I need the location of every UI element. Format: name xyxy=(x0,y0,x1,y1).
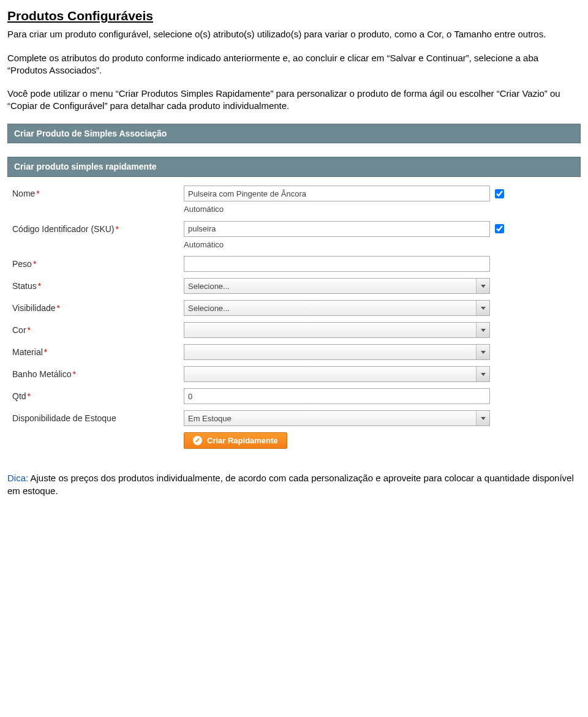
create-quickly-button-label: Criar Rapidamente xyxy=(207,436,278,445)
intro-paragraph-2: Complete os atributos do produto conform… xyxy=(7,52,581,77)
field-row-disponibilidade: Disponibilidade de Estoque xyxy=(12,410,576,426)
required-mark: * xyxy=(57,303,60,313)
required-mark: * xyxy=(28,325,31,335)
checkbox-nome-auto[interactable] xyxy=(495,189,504,198)
field-row-nome: Nome* Automático xyxy=(12,186,576,215)
panel-simple-association: Criar Produto de Simples Associação xyxy=(7,124,581,144)
sublabel-sku-auto: Automático xyxy=(184,239,576,250)
select-material[interactable] xyxy=(184,344,490,360)
label-material-text: Material xyxy=(12,347,43,357)
select-status[interactable] xyxy=(184,278,490,294)
label-cor: Cor* xyxy=(12,322,184,336)
field-row-cor: Cor* xyxy=(12,322,576,338)
panel-header-simple-association: Criar Produto de Simples Associação xyxy=(7,124,581,144)
field-row-banho: Banho Metálico* xyxy=(12,366,576,382)
label-cor-text: Cor xyxy=(12,325,26,335)
label-sku: Código Identificador (SKU)* xyxy=(12,221,184,235)
select-visibilidade[interactable] xyxy=(184,300,490,316)
intro-paragraph-3: Você pode utilizar o menu “Criar Produto… xyxy=(7,88,581,113)
select-banho[interactable] xyxy=(184,366,490,382)
label-status-text: Status xyxy=(12,281,37,291)
field-row-status: Status* xyxy=(12,278,576,294)
label-disponibilidade: Disponibilidade de Estoque xyxy=(12,410,184,424)
label-banho: Banho Metálico* xyxy=(12,366,184,380)
required-mark: * xyxy=(33,259,36,269)
input-nome[interactable] xyxy=(184,186,490,201)
label-nome: Nome* xyxy=(12,186,184,200)
field-row-material: Material* xyxy=(12,344,576,360)
input-peso[interactable] xyxy=(184,256,490,272)
sublabel-nome-auto: Automático xyxy=(184,204,576,215)
required-mark: * xyxy=(28,391,31,401)
required-mark: * xyxy=(38,281,41,291)
label-qtd-text: Qtd xyxy=(12,391,26,401)
label-peso: Peso* xyxy=(12,256,184,270)
required-mark: * xyxy=(116,224,119,234)
label-peso-text: Peso xyxy=(12,259,32,269)
panel-quick-create: Criar produto simples rapidamente Nome* … xyxy=(7,157,581,454)
label-qtd: Qtd* xyxy=(12,388,184,402)
label-sku-text: Código Identificador (SKU) xyxy=(12,224,115,234)
check-circle-icon xyxy=(193,436,202,445)
required-mark: * xyxy=(73,369,76,379)
field-row-qtd: Qtd* xyxy=(12,388,576,404)
required-mark: * xyxy=(36,189,39,198)
panel-header-quick-create: Criar produto simples rapidamente xyxy=(7,157,581,177)
input-sku[interactable] xyxy=(184,221,490,237)
intro-paragraph-1: Para criar um produto configurável, sele… xyxy=(7,28,581,40)
create-quickly-button[interactable]: Criar Rapidamente xyxy=(184,432,287,449)
field-row-visibilidade: Visibilidade* xyxy=(12,300,576,316)
label-banho-text: Banho Metálico xyxy=(12,369,72,379)
label-status: Status* xyxy=(12,278,184,292)
select-disponibilidade[interactable] xyxy=(184,410,490,426)
field-row-peso: Peso* xyxy=(12,256,576,272)
label-visibilidade-text: Visibilidade xyxy=(12,303,56,313)
checkbox-sku-auto[interactable] xyxy=(495,224,504,233)
select-cor[interactable] xyxy=(184,322,490,338)
tip-paragraph: Dica: Ajuste os preços dos produtos indi… xyxy=(7,472,581,497)
required-mark: * xyxy=(44,347,47,357)
tip-text: Ajuste os preços dos produtos individual… xyxy=(7,473,574,495)
label-material: Material* xyxy=(12,344,184,358)
page-title: Produtos Configuráveis xyxy=(7,7,581,24)
tip-label: Dica: xyxy=(7,473,28,483)
label-disp-text: Disponibilidade de Estoque xyxy=(12,413,116,423)
field-row-sku: Código Identificador (SKU)* Automático xyxy=(12,221,576,250)
label-nome-text: Nome xyxy=(12,189,35,198)
input-qtd[interactable] xyxy=(184,388,490,404)
label-visibilidade: Visibilidade* xyxy=(12,300,184,314)
